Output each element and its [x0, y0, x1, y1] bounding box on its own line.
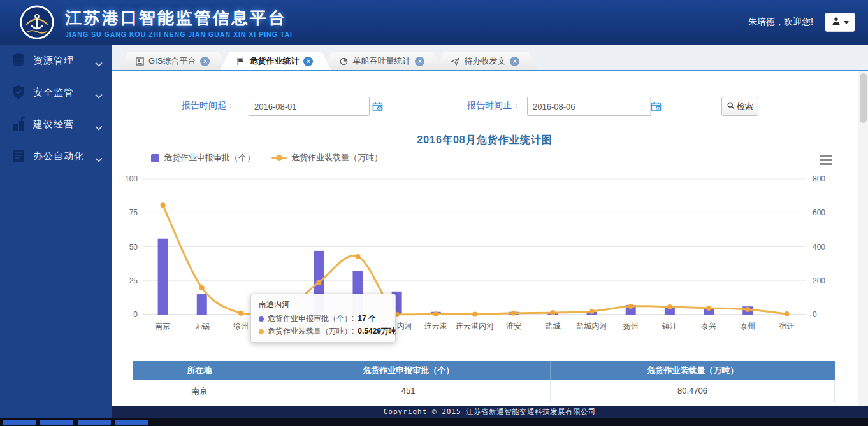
search-button-label: 检索	[737, 101, 753, 112]
legend-bar-swatch	[151, 154, 159, 162]
taskbar-item[interactable]	[78, 420, 111, 425]
svg-text:100: 100	[125, 174, 138, 183]
start-date-field	[249, 97, 370, 116]
calendar-icon[interactable]	[650, 97, 662, 115]
tab-2[interactable]: 危货作业统计×	[220, 52, 331, 70]
office-icon	[10, 148, 27, 164]
svg-text:泰州: 泰州	[740, 322, 755, 330]
legend-label: 危货作业装载量（万吨）	[291, 152, 382, 164]
port-logo-icon	[19, 4, 55, 40]
svg-text:泰兴: 泰兴	[701, 322, 716, 330]
svg-text:盐城: 盐城	[545, 322, 560, 330]
search-icon	[727, 102, 735, 111]
end-date-field	[527, 97, 651, 116]
user-menu-button[interactable]	[825, 13, 855, 32]
sidebar-item-label: 办公自动化	[33, 150, 95, 162]
filter-bar: 报告时间起： 报告时间止：	[112, 71, 858, 116]
flag-icon	[236, 57, 245, 66]
header-titles: 江苏港口智能监管信息平台 JIANG SU GANG KOU ZHI NENG …	[65, 7, 293, 38]
tooltip-row: 危货作业申报审批（个）: 17 个	[259, 313, 387, 324]
start-date-label: 报告时间起：	[182, 100, 235, 111]
svg-text:400: 400	[813, 243, 825, 252]
table-header-row: 所在地危货作业申报审批（个）危货作业装载量（万吨）	[133, 361, 835, 380]
svg-text:宿迁: 宿迁	[779, 322, 794, 330]
svg-text:50: 50	[129, 243, 138, 252]
chart-tooltip: 南通内河 危货作业申报审批（个）: 17 个危货作业装载量（万吨）: 0.542…	[250, 294, 396, 343]
sidebar-item-4[interactable]: 办公自动化	[0, 140, 112, 172]
app-root: 江苏港口智能监管信息平台 JIANG SU GANG KOU ZHI NENG …	[0, 0, 868, 426]
sidebar-item-3[interactable]: 建设经营	[0, 108, 112, 140]
legend-item[interactable]: 危货作业装载量（万吨）	[271, 152, 382, 164]
table-cell: 80.4706	[551, 380, 835, 402]
svg-text:0: 0	[133, 310, 138, 319]
chart-title: 2016年08月危货作业统计图	[112, 116, 858, 147]
tab-close-icon[interactable]: ×	[303, 57, 313, 66]
taskbar-item[interactable]	[115, 420, 148, 425]
svg-text:连云港: 连云港	[424, 322, 447, 330]
sidebar: 资源管理安全监管建设经营办公自动化	[0, 45, 112, 418]
sidebar-item-2[interactable]: 安全监管	[0, 76, 112, 108]
tab-close-icon[interactable]: ×	[200, 57, 210, 66]
tooltip-row: 危货作业装载量（万吨）: 0.5429万吨	[259, 326, 387, 337]
svg-text:扬州: 扬州	[623, 322, 639, 330]
search-button[interactable]: 检索	[721, 97, 758, 116]
sidebar-item-label: 安全监管	[33, 87, 95, 99]
chevron-down-icon	[95, 90, 103, 95]
tab-label: 危货作业统计	[249, 55, 299, 67]
chevron-down-icon	[95, 58, 103, 63]
chart-canvas[interactable]: 00252005040075600100800南京无锡徐州常州苏州南通南通内河连…	[112, 169, 858, 336]
svg-text:200: 200	[813, 276, 825, 285]
welcome-text: 朱培德，欢迎您!	[748, 17, 813, 28]
main-area: GIS综合平台×危货作业统计×单船吞吐量统计×待办收发文× 报告时间起： 报告时…	[112, 45, 868, 418]
table-cell: 南京	[133, 380, 266, 402]
scrollbar-thumb[interactable]	[860, 73, 867, 123]
user-icon	[832, 17, 841, 28]
calendar-icon[interactable]	[372, 97, 383, 115]
table-cell: 451	[266, 380, 551, 402]
legend-label: 危货作业申报审批（个）	[164, 152, 255, 164]
bottom-taskbar	[0, 418, 868, 426]
shield-icon	[10, 84, 27, 101]
statistics-table: 所在地危货作业申报审批（个）危货作业装载量（万吨） 南京45180.4706	[133, 361, 835, 402]
chevron-down-icon	[95, 122, 103, 127]
table-header-cell: 危货作业申报审批（个）	[266, 361, 551, 380]
chart-menu-icon[interactable]	[820, 155, 832, 167]
tab-close-icon[interactable]: ×	[415, 57, 424, 66]
chart-legend: 危货作业申报审批（个）危货作业装载量（万吨）	[151, 152, 858, 164]
taskbar-item[interactable]	[3, 420, 36, 425]
app-header: 江苏港口智能监管信息平台 JIANG SU GANG KOU ZHI NENG …	[0, 0, 868, 45]
construction-icon	[10, 116, 27, 132]
scrollbar[interactable]	[858, 71, 868, 406]
legend-item[interactable]: 危货作业申报审批（个）	[151, 152, 255, 164]
tab-label: GIS综合平台	[148, 55, 196, 67]
svg-text:800: 800	[813, 174, 825, 183]
sidebar-item-1[interactable]: 资源管理	[0, 45, 112, 76]
page-title: 江苏港口智能监管信息平台	[65, 7, 293, 29]
start-date-input[interactable]	[249, 97, 372, 115]
table-header-cell: 所在地	[133, 361, 266, 380]
content-panel: 报告时间起： 报告时间止：	[112, 71, 858, 406]
send-icon	[451, 57, 459, 66]
svg-text:25: 25	[129, 276, 138, 285]
table-header-cell: 危货作业装载量（万吨）	[551, 361, 835, 380]
svg-text:徐州: 徐州	[233, 322, 249, 330]
tab-label: 单船吞吐量统计	[352, 55, 410, 67]
tab-label: 待办收发文	[464, 55, 505, 67]
svg-text:淮安: 淮安	[506, 322, 521, 330]
chevron-down-icon	[844, 21, 849, 24]
svg-text:75: 75	[129, 208, 138, 217]
chart-area: 00252005040075600100800南京无锡徐州常州苏州南通南通内河连…	[112, 169, 858, 336]
legend-line-swatch	[271, 155, 287, 161]
end-date-input[interactable]	[528, 97, 650, 115]
tab-1[interactable]: GIS综合平台×	[119, 52, 228, 70]
svg-text:连云港内河: 连云港内河	[456, 322, 494, 330]
taskbar-item[interactable]	[40, 420, 73, 425]
page-subtitle: JIANG SU GANG KOU ZHI NENG JIAN GUAN XIN…	[65, 31, 293, 38]
tab-close-icon[interactable]: ×	[510, 57, 519, 66]
svg-text:0: 0	[813, 310, 817, 319]
tab-3[interactable]: 单船吞吐量统计×	[323, 52, 442, 70]
tab-4[interactable]: 待办收发文×	[435, 52, 537, 70]
svg-text:600: 600	[813, 208, 825, 217]
svg-text:镇江: 镇江	[662, 322, 677, 330]
sidebar-item-label: 资源管理	[33, 55, 95, 67]
